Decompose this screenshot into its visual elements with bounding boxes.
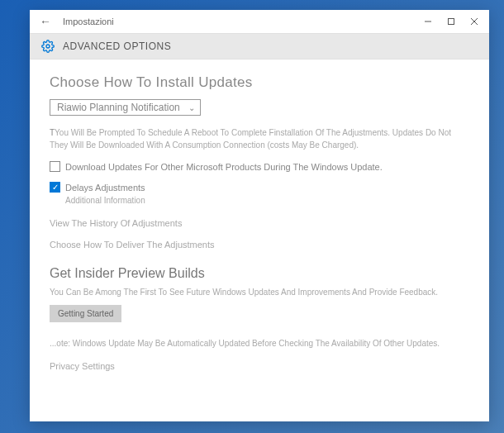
window-title: Impostazioni xyxy=(63,17,416,26)
privacy-settings-link[interactable]: Privacy Settings xyxy=(50,361,469,371)
titlebar: ← Impostazioni xyxy=(30,10,489,33)
install-mode-dropdown[interactable]: Riawio Planning Notification ⌄ xyxy=(50,99,201,116)
checkbox-other-products[interactable] xyxy=(50,161,60,172)
view-history-link[interactable]: View The History Of Adjustments xyxy=(50,218,469,228)
settings-window: ← Impostazioni ADVANCED OPTIONS Choose H… xyxy=(30,10,489,421)
additional-info-link[interactable]: Additional Information xyxy=(65,196,469,205)
maximize-icon xyxy=(447,17,455,26)
check-icon: ✓ xyxy=(52,183,59,192)
insider-text: You Can Be Among The First To See Future… xyxy=(50,288,469,297)
back-button[interactable]: ← xyxy=(40,15,51,28)
chevron-down-icon: ⌄ xyxy=(188,103,195,112)
svg-point-4 xyxy=(46,45,50,48)
checkbox-other-products-row: Download Updates For Other Microsoft Pro… xyxy=(50,161,469,172)
minimize-button[interactable] xyxy=(416,12,440,31)
page-title: ADVANCED OPTIONS xyxy=(63,40,171,52)
dropdown-value: Riawio Planning Notification xyxy=(57,102,180,113)
close-icon xyxy=(470,17,478,26)
checkbox-other-products-label: Download Updates For Other Microsoft Pro… xyxy=(65,162,383,172)
checkbox-delays-label: Delays Adjustments xyxy=(65,183,145,193)
header-band: ADVANCED OPTIONS xyxy=(30,33,489,59)
minimize-icon xyxy=(424,17,432,26)
section-heading-install: Choose How To Install Updates xyxy=(50,74,469,91)
checkbox-delays-row: ✓ Delays Adjustments xyxy=(50,182,469,193)
getting-started-button[interactable]: Getting Started xyxy=(50,305,121,322)
maximize-button[interactable] xyxy=(440,12,463,31)
close-button[interactable] xyxy=(463,12,486,31)
gear-icon xyxy=(41,40,55,53)
section-heading-insider: Get Insider Preview Builds xyxy=(50,266,469,281)
svg-rect-1 xyxy=(449,19,454,25)
window-controls xyxy=(416,12,486,31)
update-note: ...ote: Windows Update May Be Automatica… xyxy=(50,339,469,348)
delivery-link[interactable]: Choose How To Deliver The Adjustments xyxy=(50,240,469,250)
content-area: Choose How To Install Updates Riawio Pla… xyxy=(30,59,489,379)
install-info-text: TYou Will Be Prompted To Schedule A Rebo… xyxy=(50,127,469,151)
checkbox-delays[interactable]: ✓ xyxy=(50,182,60,193)
